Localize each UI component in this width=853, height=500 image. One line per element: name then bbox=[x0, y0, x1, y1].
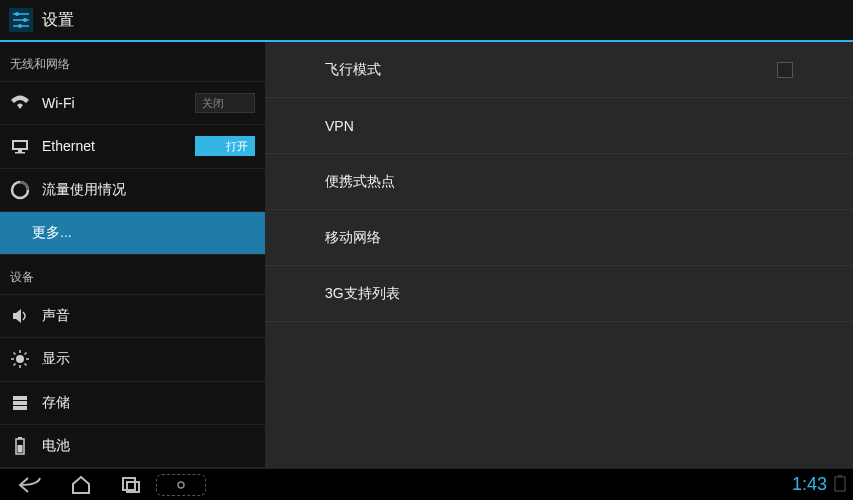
data-usage-icon bbox=[10, 180, 30, 200]
sidebar-item-more[interactable]: 更多... bbox=[0, 212, 265, 255]
row-vpn[interactable]: VPN bbox=[265, 98, 853, 154]
row-label: 便携式热点 bbox=[325, 173, 793, 191]
storage-icon bbox=[10, 393, 30, 413]
svg-rect-23 bbox=[13, 406, 27, 410]
svg-rect-26 bbox=[18, 445, 23, 453]
back-button[interactable] bbox=[6, 471, 56, 499]
sidebar-item-sound[interactable]: 声音 bbox=[0, 295, 265, 338]
svg-point-2 bbox=[15, 12, 19, 16]
row-label: 3G支持列表 bbox=[325, 285, 793, 303]
svg-rect-22 bbox=[13, 401, 27, 405]
screenshot-button[interactable] bbox=[156, 471, 206, 499]
sidebar-item-ethernet[interactable]: Ethernet 打开 bbox=[0, 125, 265, 168]
wifi-icon bbox=[10, 93, 30, 113]
svg-line-19 bbox=[14, 364, 16, 366]
svg-rect-31 bbox=[838, 475, 842, 477]
svg-point-12 bbox=[16, 355, 24, 363]
svg-rect-30 bbox=[835, 477, 845, 491]
ethernet-icon bbox=[10, 136, 30, 156]
svg-rect-21 bbox=[13, 396, 27, 400]
header-bar: 设置 bbox=[0, 0, 853, 42]
sidebar-item-display[interactable]: 显示 bbox=[0, 338, 265, 381]
settings-sidebar: 无线和网络 Wi-Fi 关闭 Ethernet 打开 流量使用情况 更多... … bbox=[0, 42, 265, 468]
sidebar-item-label: 显示 bbox=[42, 350, 255, 368]
sidebar-item-label: Wi-Fi bbox=[42, 95, 195, 111]
svg-rect-8 bbox=[14, 142, 26, 148]
svg-point-29 bbox=[178, 482, 184, 488]
category-device: 设备 bbox=[0, 255, 265, 295]
svg-rect-25 bbox=[18, 437, 22, 439]
svg-line-20 bbox=[25, 353, 27, 355]
airplane-checkbox[interactable] bbox=[777, 62, 793, 78]
row-airplane-mode[interactable]: 飞行模式 bbox=[265, 42, 853, 98]
page-title: 设置 bbox=[42, 10, 74, 31]
sound-icon bbox=[10, 306, 30, 326]
sidebar-item-label: 存储 bbox=[42, 394, 255, 412]
display-icon bbox=[10, 349, 30, 369]
row-3g-support[interactable]: 3G支持列表 bbox=[265, 266, 853, 322]
svg-line-18 bbox=[25, 364, 27, 366]
row-hotspot[interactable]: 便携式热点 bbox=[265, 154, 853, 210]
recent-apps-button[interactable] bbox=[106, 471, 156, 499]
battery-icon bbox=[10, 436, 30, 456]
sidebar-item-label: 更多... bbox=[10, 224, 255, 242]
main-split: 无线和网络 Wi-Fi 关闭 Ethernet 打开 流量使用情况 更多... … bbox=[0, 42, 853, 468]
sidebar-item-data-usage[interactable]: 流量使用情况 bbox=[0, 169, 265, 212]
system-navbar: 1:43 bbox=[0, 468, 853, 500]
svg-line-17 bbox=[14, 353, 16, 355]
svg-rect-27 bbox=[123, 478, 135, 490]
svg-point-4 bbox=[23, 18, 27, 22]
svg-rect-9 bbox=[18, 150, 22, 152]
content-pane: 飞行模式 VPN 便携式热点 移动网络 3G支持列表 bbox=[265, 42, 853, 468]
row-label: VPN bbox=[325, 118, 793, 134]
sidebar-item-label: Ethernet bbox=[42, 138, 195, 154]
home-button[interactable] bbox=[56, 471, 106, 499]
battery-status-icon bbox=[833, 474, 847, 496]
settings-app-icon bbox=[8, 7, 34, 33]
sidebar-item-battery[interactable]: 电池 bbox=[0, 425, 265, 468]
ethernet-toggle[interactable]: 打开 bbox=[195, 136, 255, 156]
sidebar-item-label: 声音 bbox=[42, 307, 255, 325]
category-wireless: 无线和网络 bbox=[0, 42, 265, 82]
sidebar-item-wifi[interactable]: Wi-Fi 关闭 bbox=[0, 82, 265, 125]
row-mobile-networks[interactable]: 移动网络 bbox=[265, 210, 853, 266]
svg-point-6 bbox=[18, 24, 22, 28]
sidebar-item-storage[interactable]: 存储 bbox=[0, 382, 265, 425]
sidebar-item-label: 流量使用情况 bbox=[42, 181, 255, 199]
svg-rect-10 bbox=[15, 152, 25, 154]
row-label: 飞行模式 bbox=[325, 61, 777, 79]
wifi-toggle[interactable]: 关闭 bbox=[195, 93, 255, 113]
status-clock: 1:43 bbox=[792, 474, 827, 495]
row-label: 移动网络 bbox=[325, 229, 793, 247]
sidebar-item-label: 电池 bbox=[42, 437, 255, 455]
